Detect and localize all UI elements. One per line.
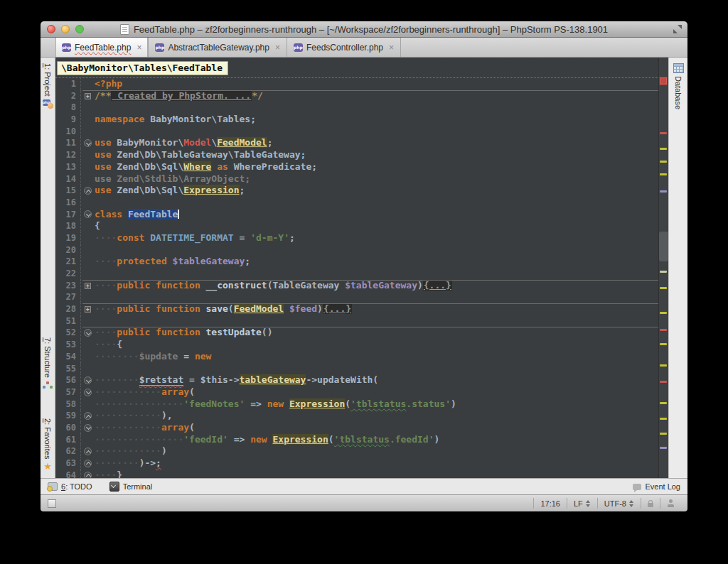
line-number[interactable]: 62: [55, 445, 81, 457]
code-line[interactable]: 18{: [55, 220, 658, 232]
tab-close-icon[interactable]: ×: [389, 43, 394, 53]
code-line[interactable]: 56········$retstat = $this->tableGateway…: [55, 374, 658, 386]
code-line[interactable]: 22: [55, 268, 658, 280]
code-line[interactable]: 15use Zend\Db\Sql\Expression;: [55, 185, 658, 197]
code-line[interactable]: 8: [55, 102, 658, 114]
zoom-button[interactable]: [75, 25, 84, 33]
stripe-mark[interactable]: [660, 433, 667, 435]
line-number[interactable]: 23: [55, 280, 81, 292]
line-number[interactable]: 56: [55, 374, 81, 386]
tab-close-icon[interactable]: ×: [136, 43, 141, 53]
stripe-mark[interactable]: [660, 271, 667, 273]
code-line[interactable]: 62············): [55, 445, 658, 457]
line-number[interactable]: 55: [55, 363, 81, 375]
tab-feedscontroller-php[interactable]: phpFeedsController.php×: [287, 38, 401, 57]
stripe-mark[interactable]: [660, 161, 667, 163]
code-line[interactable]: 28+····public function save(FeedModel $f…: [55, 303, 658, 315]
line-number[interactable]: 17: [55, 209, 81, 221]
line-number[interactable]: 1: [55, 78, 81, 90]
code-line[interactable]: 63········)->;: [55, 457, 658, 470]
stripe-mark[interactable]: [660, 402, 667, 404]
toolwindow-button-6-todo[interactable]: 6: TODO: [48, 482, 92, 491]
code-line[interactable]: 53····{: [55, 339, 658, 351]
code-line[interactable]: 55: [55, 363, 658, 375]
line-number[interactable]: 60: [55, 422, 81, 434]
status-readonly[interactable]: [641, 498, 660, 509]
line-number[interactable]: 58: [55, 398, 81, 411]
minimize-button[interactable]: [61, 25, 70, 33]
code-line[interactable]: 57············array(: [55, 386, 658, 398]
line-number[interactable]: 27: [55, 291, 81, 303]
line-number[interactable]: 51: [55, 315, 81, 327]
code-line[interactable]: 10: [55, 126, 658, 138]
code-line[interactable]: 58················'feedNotes' => new Exp…: [55, 398, 658, 411]
stripe-mark[interactable]: [660, 132, 667, 134]
line-number[interactable]: 20: [55, 244, 81, 256]
error-stripe[interactable]: [658, 58, 668, 478]
line-number[interactable]: 59: [55, 410, 81, 422]
stripe-mark[interactable]: [660, 190, 667, 192]
status-inspections[interactable]: [660, 498, 680, 509]
title-bar[interactable]: FeedTable.php – zf2forbeginners-runthrou…: [41, 21, 687, 38]
code-area[interactable]: 1<?php2+/** Created by PhpStorm. ...*/89…: [55, 77, 658, 478]
stripe-mark[interactable]: [660, 312, 667, 314]
line-number[interactable]: 18: [55, 220, 81, 232]
fold-down-icon[interactable]: [84, 210, 92, 218]
fold-down-icon[interactable]: [84, 424, 92, 432]
file-error-indicator[interactable]: [659, 77, 668, 85]
stripe-mark[interactable]: [660, 447, 667, 449]
line-number[interactable]: 22: [55, 268, 81, 280]
close-button[interactable]: [47, 25, 55, 33]
stripe-mark[interactable]: [660, 364, 667, 367]
fold-down-icon[interactable]: [84, 329, 92, 337]
toolwindow-button-1-project[interactable]: 1: Project: [43, 63, 53, 109]
line-number[interactable]: 8: [55, 102, 81, 114]
fold-down-icon[interactable]: [84, 139, 92, 147]
code-line[interactable]: 12use Zend\Db\TableGateway\TableGateway;: [55, 149, 658, 161]
toolwindow-quick-access-button[interactable]: [48, 499, 56, 508]
line-number[interactable]: 54: [55, 351, 81, 363]
line-number[interactable]: 9: [55, 114, 81, 126]
code-line[interactable]: 2+/** Created by PhpStorm. ...*/: [55, 90, 658, 102]
line-number[interactable]: 63: [55, 457, 81, 470]
line-number[interactable]: 28: [55, 303, 81, 315]
code-line[interactable]: 59············),: [55, 410, 658, 422]
fold-plus-icon[interactable]: +: [85, 93, 91, 99]
line-number[interactable]: 53: [55, 339, 81, 351]
line-number[interactable]: 10: [55, 126, 81, 138]
stripe-mark[interactable]: [660, 381, 667, 383]
line-number[interactable]: 14: [55, 173, 81, 185]
code-line[interactable]: 64····}: [55, 470, 658, 478]
line-number[interactable]: 2: [55, 90, 81, 102]
line-number[interactable]: 57: [55, 386, 81, 398]
line-number[interactable]: 64: [55, 470, 81, 478]
line-number[interactable]: 12: [55, 149, 81, 161]
stripe-mark[interactable]: [660, 343, 667, 345]
code-line[interactable]: 52····public function testUpdate(): [55, 327, 658, 339]
code-line[interactable]: 20: [55, 244, 658, 256]
code-line[interactable]: 14use Zend\Stdlib\ArrayObject;: [55, 173, 658, 185]
fold-up-icon[interactable]: [84, 448, 92, 455]
fold-up-icon[interactable]: [84, 460, 92, 467]
fullscreen-icon[interactable]: [673, 25, 682, 33]
breadcrumb[interactable]: \BabyMonitor\Tables\FeedTable: [57, 61, 228, 75]
fold-up-icon[interactable]: [84, 472, 92, 478]
code-line[interactable]: 60············array(: [55, 422, 658, 434]
code-line[interactable]: 23+····public function __construct(Table…: [55, 280, 658, 292]
code-line[interactable]: 17class FeedTable: [55, 209, 658, 221]
scrollbar-thumb[interactable]: [659, 232, 668, 261]
tab-abstracttablegateway-php[interactable]: phpAbstractTableGateway.php×: [149, 38, 287, 57]
toolwindow-button-terminal[interactable]: Terminal: [109, 482, 153, 492]
tab-close-icon[interactable]: ×: [275, 43, 280, 53]
toolwindow-button-7-structure[interactable]: 7: Structure: [43, 337, 52, 389]
fold-plus-icon[interactable]: +: [85, 306, 91, 313]
stripe-mark[interactable]: [660, 287, 667, 289]
fold-down-icon[interactable]: [84, 389, 92, 396]
tab-feedtable-php[interactable]: phpFeedTable.php×: [55, 38, 149, 57]
line-number[interactable]: 21: [55, 256, 81, 268]
fold-plus-icon[interactable]: +: [85, 283, 91, 289]
stripe-mark[interactable]: [660, 173, 667, 175]
code-line[interactable]: 11use BabyMonitor\Model\FeedModel;: [55, 137, 658, 149]
code-line[interactable]: 21····protected $tableGateway;: [55, 256, 658, 268]
line-number[interactable]: 61: [55, 434, 81, 446]
